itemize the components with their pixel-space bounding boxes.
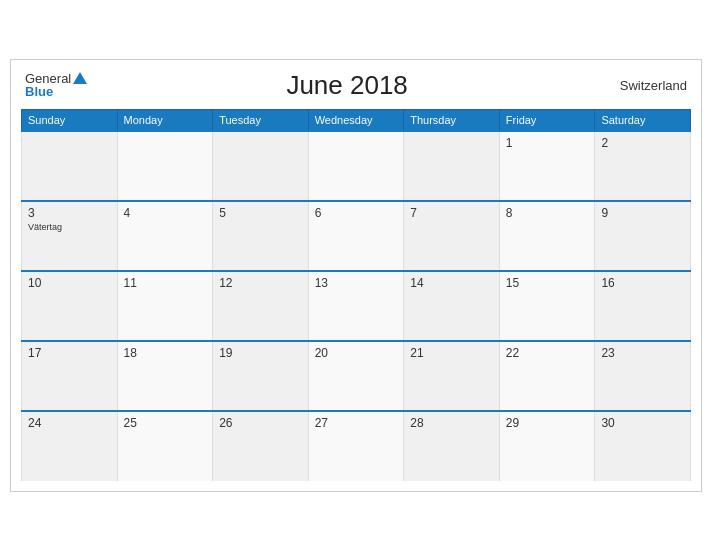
day-header-sunday: Sunday (22, 109, 118, 131)
calendar-week-1: 12 (22, 131, 691, 201)
day-number: 25 (124, 416, 207, 430)
calendar-cell (213, 131, 309, 201)
calendar-cell: 28 (404, 411, 500, 481)
day-number: 7 (410, 206, 493, 220)
calendar-cell: 8 (499, 201, 595, 271)
day-header-thursday: Thursday (404, 109, 500, 131)
day-number: 22 (506, 346, 589, 360)
calendar-cell: 14 (404, 271, 500, 341)
calendar-cell (308, 131, 404, 201)
calendar-table: SundayMondayTuesdayWednesdayThursdayFrid… (21, 109, 691, 481)
calendar-container: General Blue June 2018 Switzerland Sunda… (10, 59, 702, 492)
calendar-cell: 26 (213, 411, 309, 481)
calendar-cell: 24 (22, 411, 118, 481)
calendar-cell: 15 (499, 271, 595, 341)
day-number: 24 (28, 416, 111, 430)
calendar-cell (404, 131, 500, 201)
calendar-cell: 3Vätertag (22, 201, 118, 271)
day-number: 30 (601, 416, 684, 430)
day-number: 16 (601, 276, 684, 290)
calendar-cell: 27 (308, 411, 404, 481)
calendar-title: June 2018 (87, 70, 607, 101)
day-number: 27 (315, 416, 398, 430)
day-number: 23 (601, 346, 684, 360)
day-number: 26 (219, 416, 302, 430)
day-number: 6 (315, 206, 398, 220)
day-number: 9 (601, 206, 684, 220)
day-number: 20 (315, 346, 398, 360)
day-number: 12 (219, 276, 302, 290)
day-header-friday: Friday (499, 109, 595, 131)
calendar-cell: 22 (499, 341, 595, 411)
day-header-saturday: Saturday (595, 109, 691, 131)
calendar-cell: 12 (213, 271, 309, 341)
calendar-cell: 13 (308, 271, 404, 341)
calendar-cell: 16 (595, 271, 691, 341)
calendar-cell (117, 131, 213, 201)
calendar-week-2: 3Vätertag456789 (22, 201, 691, 271)
day-header-tuesday: Tuesday (213, 109, 309, 131)
day-number: 18 (124, 346, 207, 360)
calendar-cell: 25 (117, 411, 213, 481)
day-number: 29 (506, 416, 589, 430)
day-number: 3 (28, 206, 111, 220)
calendar-cell: 20 (308, 341, 404, 411)
day-number: 15 (506, 276, 589, 290)
country-label: Switzerland (607, 78, 687, 93)
calendar-cell: 29 (499, 411, 595, 481)
day-number: 21 (410, 346, 493, 360)
calendar-cell: 6 (308, 201, 404, 271)
day-number: 19 (219, 346, 302, 360)
calendar-cell (22, 131, 118, 201)
day-number: 5 (219, 206, 302, 220)
calendar-cell: 1 (499, 131, 595, 201)
day-number: 10 (28, 276, 111, 290)
day-number: 11 (124, 276, 207, 290)
calendar-cell: 7 (404, 201, 500, 271)
day-number: 2 (601, 136, 684, 150)
calendar-cell: 10 (22, 271, 118, 341)
calendar-cell: 23 (595, 341, 691, 411)
calendar-cell: 2 (595, 131, 691, 201)
days-header-row: SundayMondayTuesdayWednesdayThursdayFrid… (22, 109, 691, 131)
day-header-monday: Monday (117, 109, 213, 131)
calendar-week-5: 24252627282930 (22, 411, 691, 481)
calendar-cell: 5 (213, 201, 309, 271)
logo-triangle-icon (73, 72, 87, 84)
calendar-cell: 17 (22, 341, 118, 411)
calendar-cell: 19 (213, 341, 309, 411)
day-number: 14 (410, 276, 493, 290)
calendar-week-4: 17181920212223 (22, 341, 691, 411)
calendar-cell: 21 (404, 341, 500, 411)
logo-blue-text: Blue (25, 85, 53, 98)
calendar-cell: 30 (595, 411, 691, 481)
day-number: 28 (410, 416, 493, 430)
day-number: 4 (124, 206, 207, 220)
calendar-cell: 9 (595, 201, 691, 271)
day-number: 13 (315, 276, 398, 290)
calendar-header: General Blue June 2018 Switzerland (21, 70, 691, 101)
calendar-cell: 18 (117, 341, 213, 411)
calendar-cell: 4 (117, 201, 213, 271)
day-number: 8 (506, 206, 589, 220)
day-header-wednesday: Wednesday (308, 109, 404, 131)
calendar-week-3: 10111213141516 (22, 271, 691, 341)
day-number: 17 (28, 346, 111, 360)
logo: General Blue (25, 72, 87, 98)
calendar-cell: 11 (117, 271, 213, 341)
day-event: Vätertag (28, 222, 111, 232)
day-number: 1 (506, 136, 589, 150)
